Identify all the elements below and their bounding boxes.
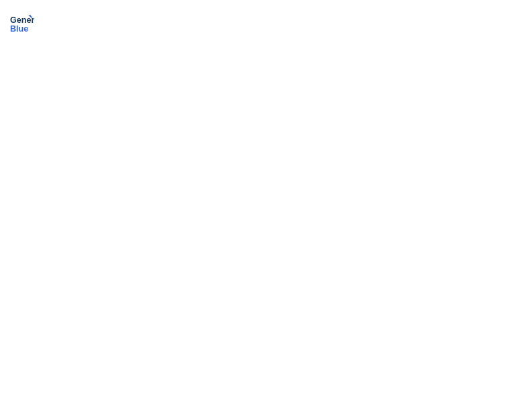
header: General Blue bbox=[10, 7, 522, 36]
svg-text:Blue: Blue bbox=[10, 24, 28, 34]
logo-icon: General Blue bbox=[10, 12, 34, 36]
logo: General Blue bbox=[10, 12, 37, 36]
